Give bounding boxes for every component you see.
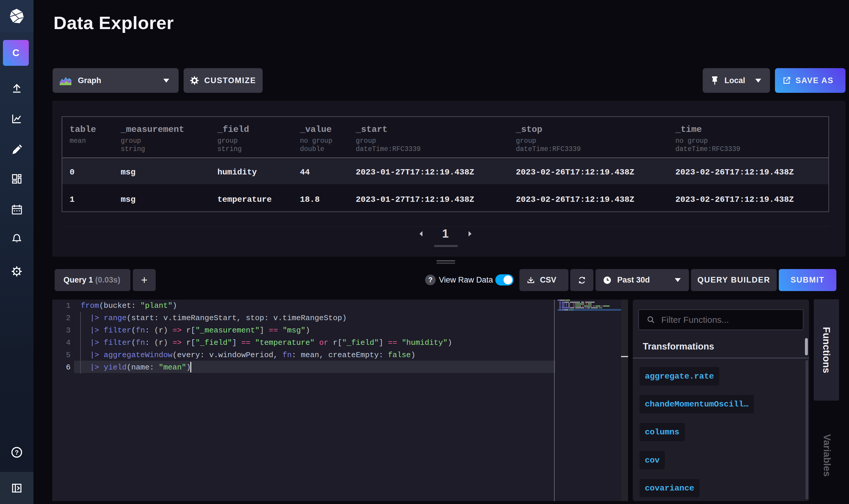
svg-text:?: ? [15,449,19,456]
